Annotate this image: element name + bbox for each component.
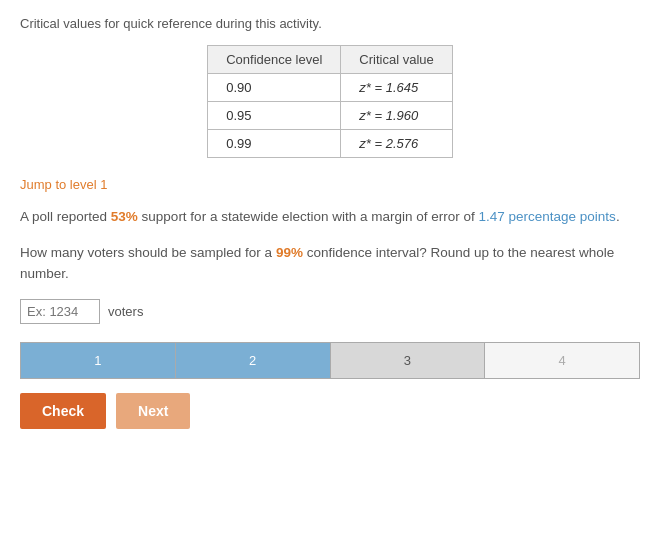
step-4[interactable]: 4 xyxy=(484,343,639,378)
step-2[interactable]: 2 xyxy=(175,343,330,378)
table-row: 0.90z* = 1.645 xyxy=(208,74,453,102)
buttons-row: Check Next xyxy=(20,393,640,429)
critical-cell: z* = 1.960 xyxy=(341,102,452,130)
table-row: 0.95z* = 1.960 xyxy=(208,102,453,130)
question-1: A poll reported 53% support for a statew… xyxy=(20,206,640,228)
critical-cell: z* = 2.576 xyxy=(341,130,452,158)
critical-values-table: Confidence level Critical value 0.90z* =… xyxy=(207,45,453,158)
question-2-text: How many voters should be sampled for a … xyxy=(20,242,640,285)
answer-input[interactable] xyxy=(20,299,100,324)
q1-highlight1: 53% xyxy=(111,209,138,224)
step-3[interactable]: 3 xyxy=(330,343,485,378)
critical-cell: z* = 1.645 xyxy=(341,74,452,102)
next-button[interactable]: Next xyxy=(116,393,190,429)
confidence-cell: 0.95 xyxy=(208,102,341,130)
intro-text: Critical values for quick reference duri… xyxy=(20,16,640,31)
confidence-cell: 0.90 xyxy=(208,74,341,102)
q1-prefix: A poll reported xyxy=(20,209,111,224)
confidence-cell: 0.99 xyxy=(208,130,341,158)
q1-suffix: . xyxy=(616,209,620,224)
voters-label: voters xyxy=(108,304,143,319)
step-1[interactable]: 1 xyxy=(21,343,175,378)
question-1-text: A poll reported 53% support for a statew… xyxy=(20,206,640,228)
critical-values-table-wrapper: Confidence level Critical value 0.90z* =… xyxy=(20,45,640,158)
col-header-confidence: Confidence level xyxy=(208,46,341,74)
col-header-critical: Critical value xyxy=(341,46,452,74)
input-row: voters xyxy=(20,299,640,324)
q1-highlight2: 1.47 percentage points xyxy=(479,209,616,224)
table-row: 0.99z* = 2.576 xyxy=(208,130,453,158)
jump-to-level-link[interactable]: Jump to level 1 xyxy=(20,177,107,192)
q2-prefix: How many voters should be sampled for a xyxy=(20,245,276,260)
question-2: How many voters should be sampled for a … xyxy=(20,242,640,285)
steps-bar: 1234 xyxy=(20,342,640,379)
check-button[interactable]: Check xyxy=(20,393,106,429)
q1-mid: support for a statewide election with a … xyxy=(138,209,479,224)
q2-highlight: 99% xyxy=(276,245,303,260)
